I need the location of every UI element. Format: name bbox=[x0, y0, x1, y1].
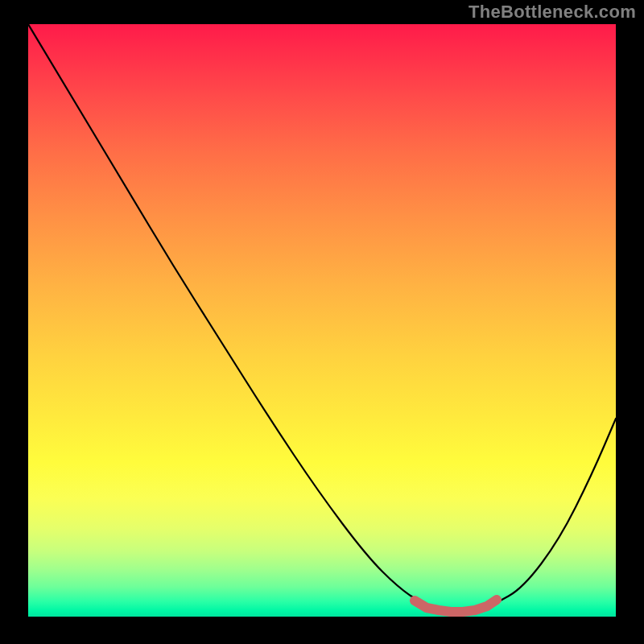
plot-area bbox=[28, 24, 616, 617]
optimal-range-marker bbox=[415, 600, 497, 612]
watermark-text: TheBottleneck.com bbox=[469, 2, 636, 23]
chart-frame: TheBottleneck.com bbox=[0, 0, 644, 644]
curve-layer bbox=[28, 24, 616, 617]
bottleneck-curve bbox=[28, 24, 616, 612]
